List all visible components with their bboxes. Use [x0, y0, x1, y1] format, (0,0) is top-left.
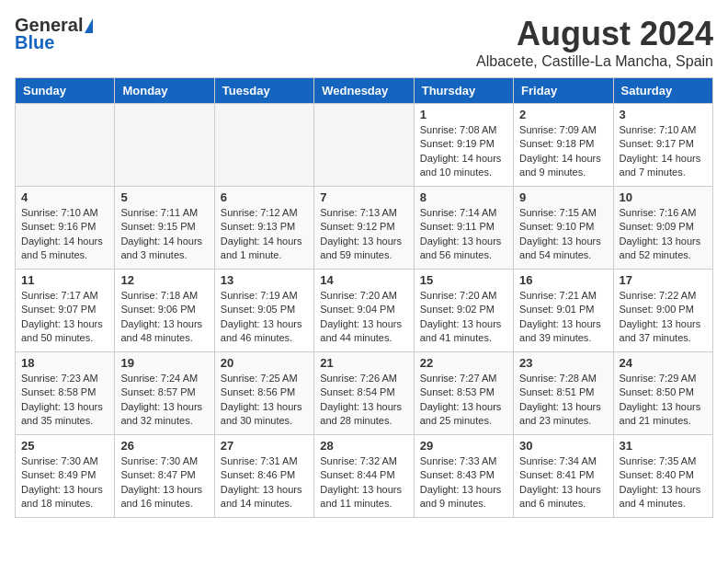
day-number: 4: [21, 190, 108, 204]
calendar-cell: 21Sunrise: 7:26 AMSunset: 8:54 PMDayligh…: [314, 352, 414, 435]
week-row-1: 1Sunrise: 7:08 AMSunset: 9:19 PMDaylight…: [16, 104, 713, 187]
header-row: SundayMondayTuesdayWednesdayThursdayFrid…: [16, 78, 713, 104]
calendar-cell: 3Sunrise: 7:10 AMSunset: 9:17 PMDaylight…: [613, 104, 712, 187]
calendar-cell: 4Sunrise: 7:10 AMSunset: 9:16 PMDaylight…: [16, 187, 115, 270]
header-wednesday: Wednesday: [314, 78, 414, 104]
header-tuesday: Tuesday: [214, 78, 313, 104]
day-info: Sunrise: 7:29 AMSunset: 8:50 PMDaylight:…: [620, 372, 707, 429]
week-row-4: 18Sunrise: 7:23 AMSunset: 8:58 PMDayligh…: [16, 352, 713, 435]
day-number: 11: [21, 273, 108, 287]
day-info: Sunrise: 7:14 AMSunset: 9:11 PMDaylight:…: [420, 206, 507, 263]
day-number: 3: [620, 108, 707, 121]
calendar-cell: 18Sunrise: 7:23 AMSunset: 8:58 PMDayligh…: [16, 352, 115, 435]
day-number: 5: [120, 190, 208, 204]
day-number: 8: [420, 190, 507, 204]
day-number: 14: [320, 273, 407, 287]
day-number: 28: [320, 439, 407, 453]
calendar-cell: 20Sunrise: 7:25 AMSunset: 8:56 PMDayligh…: [214, 352, 313, 435]
calendar-cell: 6Sunrise: 7:12 AMSunset: 9:13 PMDaylight…: [214, 187, 313, 270]
calendar-cell: 28Sunrise: 7:32 AMSunset: 8:44 PMDayligh…: [314, 435, 414, 518]
day-info: Sunrise: 7:28 AMSunset: 8:51 PMDaylight:…: [519, 372, 607, 429]
day-number: 22: [420, 356, 507, 370]
calendar-cell: 26Sunrise: 7:30 AMSunset: 8:47 PMDayligh…: [115, 435, 214, 518]
day-info: Sunrise: 7:15 AMSunset: 9:10 PMDaylight:…: [519, 206, 607, 263]
header-thursday: Thursday: [414, 78, 513, 104]
calendar-cell: 16Sunrise: 7:21 AMSunset: 9:01 PMDayligh…: [514, 270, 613, 352]
calendar-cell: 8Sunrise: 7:14 AMSunset: 9:11 PMDaylight…: [414, 187, 513, 270]
day-info: Sunrise: 7:21 AMSunset: 9:01 PMDaylight:…: [519, 289, 607, 346]
day-info: Sunrise: 7:16 AMSunset: 9:09 PMDaylight:…: [620, 206, 707, 263]
logo: General Blue: [15, 15, 95, 53]
day-info: Sunrise: 7:25 AMSunset: 8:56 PMDaylight:…: [221, 372, 308, 429]
day-number: 1: [420, 108, 507, 121]
day-number: 9: [519, 190, 607, 204]
day-info: Sunrise: 7:34 AMSunset: 8:41 PMDaylight:…: [519, 454, 607, 511]
calendar-cell: 29Sunrise: 7:33 AMSunset: 8:43 PMDayligh…: [414, 435, 513, 518]
week-row-5: 25Sunrise: 7:30 AMSunset: 8:49 PMDayligh…: [16, 435, 713, 518]
day-info: Sunrise: 7:35 AMSunset: 8:40 PMDaylight:…: [620, 454, 707, 511]
week-row-3: 11Sunrise: 7:17 AMSunset: 9:07 PMDayligh…: [16, 270, 713, 352]
day-number: 12: [120, 273, 208, 287]
header-sunday: Sunday: [16, 78, 115, 104]
logo-blue-text: Blue: [15, 32, 54, 53]
day-number: 21: [320, 356, 407, 370]
day-info: Sunrise: 7:13 AMSunset: 9:12 PMDaylight:…: [320, 206, 407, 263]
day-number: 13: [221, 273, 308, 287]
calendar-cell: [314, 104, 414, 187]
day-info: Sunrise: 7:20 AMSunset: 9:04 PMDaylight:…: [320, 289, 407, 346]
calendar-cell: 19Sunrise: 7:24 AMSunset: 8:57 PMDayligh…: [115, 352, 214, 435]
day-number: 29: [420, 439, 507, 453]
calendar-cell: 27Sunrise: 7:31 AMSunset: 8:46 PMDayligh…: [214, 435, 313, 518]
day-info: Sunrise: 7:08 AMSunset: 9:19 PMDaylight:…: [420, 123, 507, 180]
day-info: Sunrise: 7:26 AMSunset: 8:54 PMDaylight:…: [320, 372, 407, 429]
calendar-cell: [214, 104, 313, 187]
day-info: Sunrise: 7:30 AMSunset: 8:47 PMDaylight:…: [120, 454, 208, 511]
day-number: 15: [420, 273, 507, 287]
day-info: Sunrise: 7:30 AMSunset: 8:49 PMDaylight:…: [21, 454, 108, 511]
day-number: 18: [21, 356, 108, 370]
calendar-cell: [16, 104, 115, 187]
day-info: Sunrise: 7:33 AMSunset: 8:43 PMDaylight:…: [420, 454, 507, 511]
day-number: 20: [221, 356, 308, 370]
calendar-cell: 25Sunrise: 7:30 AMSunset: 8:49 PMDayligh…: [16, 435, 115, 518]
day-info: Sunrise: 7:11 AMSunset: 9:15 PMDaylight:…: [120, 206, 208, 263]
header-saturday: Saturday: [613, 78, 712, 104]
calendar-cell: 5Sunrise: 7:11 AMSunset: 9:15 PMDaylight…: [115, 187, 214, 270]
day-number: 16: [519, 273, 607, 287]
calendar-cell: [115, 104, 214, 187]
calendar-cell: 10Sunrise: 7:16 AMSunset: 9:09 PMDayligh…: [613, 187, 712, 270]
week-row-2: 4Sunrise: 7:10 AMSunset: 9:16 PMDaylight…: [16, 187, 713, 270]
day-number: 24: [620, 356, 707, 370]
day-number: 31: [620, 439, 707, 453]
day-number: 23: [519, 356, 607, 370]
day-number: 10: [620, 190, 707, 204]
day-number: 27: [221, 439, 308, 453]
day-info: Sunrise: 7:10 AMSunset: 9:17 PMDaylight:…: [620, 123, 707, 180]
day-info: Sunrise: 7:17 AMSunset: 9:07 PMDaylight:…: [21, 289, 108, 346]
day-number: 19: [120, 356, 208, 370]
calendar-cell: 31Sunrise: 7:35 AMSunset: 8:40 PMDayligh…: [613, 435, 712, 518]
day-info: Sunrise: 7:22 AMSunset: 9:00 PMDaylight:…: [620, 289, 707, 346]
calendar-cell: 17Sunrise: 7:22 AMSunset: 9:00 PMDayligh…: [613, 270, 712, 352]
location: Albacete, Castille-La Mancha, Spain: [476, 53, 713, 70]
day-info: Sunrise: 7:23 AMSunset: 8:58 PMDaylight:…: [21, 372, 108, 429]
calendar-cell: 1Sunrise: 7:08 AMSunset: 9:19 PMDaylight…: [414, 104, 513, 187]
month-year: August 2024: [476, 15, 713, 53]
day-info: Sunrise: 7:20 AMSunset: 9:02 PMDaylight:…: [420, 289, 507, 346]
day-info: Sunrise: 7:12 AMSunset: 9:13 PMDaylight:…: [221, 206, 308, 263]
day-number: 30: [519, 439, 607, 453]
day-info: Sunrise: 7:10 AMSunset: 9:16 PMDaylight:…: [21, 206, 108, 263]
calendar-cell: 11Sunrise: 7:17 AMSunset: 9:07 PMDayligh…: [16, 270, 115, 352]
day-info: Sunrise: 7:31 AMSunset: 8:46 PMDaylight:…: [221, 454, 308, 511]
day-info: Sunrise: 7:09 AMSunset: 9:18 PMDaylight:…: [519, 123, 607, 180]
day-number: 6: [221, 190, 308, 204]
title-section: August 2024 Albacete, Castille-La Mancha…: [476, 15, 713, 70]
calendar-cell: 9Sunrise: 7:15 AMSunset: 9:10 PMDaylight…: [514, 187, 613, 270]
day-number: 2: [519, 108, 607, 121]
day-info: Sunrise: 7:18 AMSunset: 9:06 PMDaylight:…: [120, 289, 208, 346]
logo-icon: [85, 18, 93, 33]
calendar-cell: 24Sunrise: 7:29 AMSunset: 8:50 PMDayligh…: [613, 352, 712, 435]
calendar-cell: 14Sunrise: 7:20 AMSunset: 9:04 PMDayligh…: [314, 270, 414, 352]
header-friday: Friday: [514, 78, 613, 104]
header: General Blue August 2024 Albacete, Casti…: [15, 15, 713, 70]
